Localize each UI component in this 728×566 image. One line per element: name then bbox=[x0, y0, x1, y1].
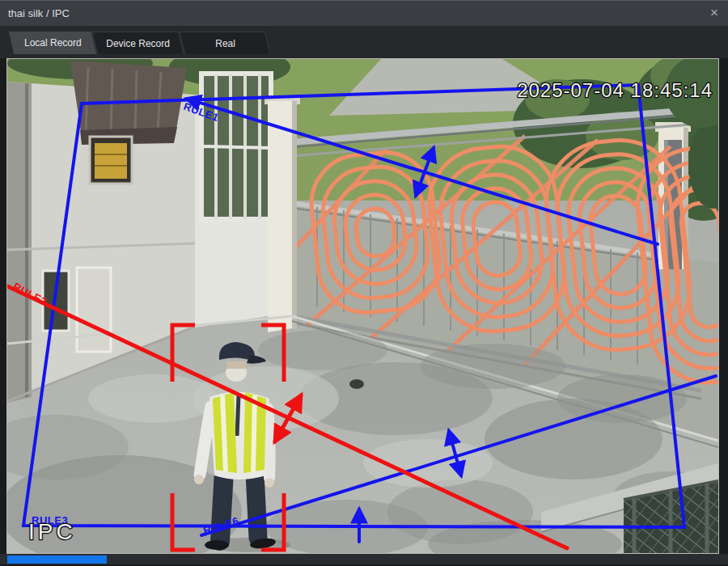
gate-stopper bbox=[349, 379, 364, 389]
close-icon[interactable]: × bbox=[710, 5, 718, 21]
progress-track[interactable] bbox=[0, 554, 728, 564]
grille-window bbox=[201, 74, 271, 219]
tab-label: Device Record bbox=[106, 32, 170, 55]
video-canvas[interactable]: RULE1 RULE2 RULE3 RULE6 2025-07-04 18:45… bbox=[6, 58, 719, 554]
tab-real[interactable]: Real bbox=[180, 32, 270, 54]
titlebar: thai silk / IPC × bbox=[0, 0, 728, 26]
channel-watermark: IPC bbox=[28, 519, 76, 544]
tab-local-record[interactable]: Local Record bbox=[9, 32, 96, 54]
tab-label: Local Record bbox=[24, 32, 82, 54]
tab-bar: Local Record Device Record Real bbox=[0, 26, 728, 58]
tab-label: Real bbox=[215, 32, 235, 55]
progress-bar bbox=[7, 555, 107, 564]
door bbox=[77, 268, 111, 352]
scene bbox=[7, 59, 718, 553]
timestamp-overlay: 2025-07-04 18:45:14 bbox=[517, 79, 713, 101]
tab-device-record[interactable]: Device Record bbox=[92, 32, 184, 54]
camera-frame: RULE1 RULE2 RULE3 RULE6 2025-07-04 18:45… bbox=[7, 59, 718, 553]
window-title: thai silk / IPC bbox=[8, 7, 70, 19]
app-window: thai silk / IPC × Local Record Device Re… bbox=[0, 0, 728, 566]
window-sign bbox=[90, 137, 132, 184]
